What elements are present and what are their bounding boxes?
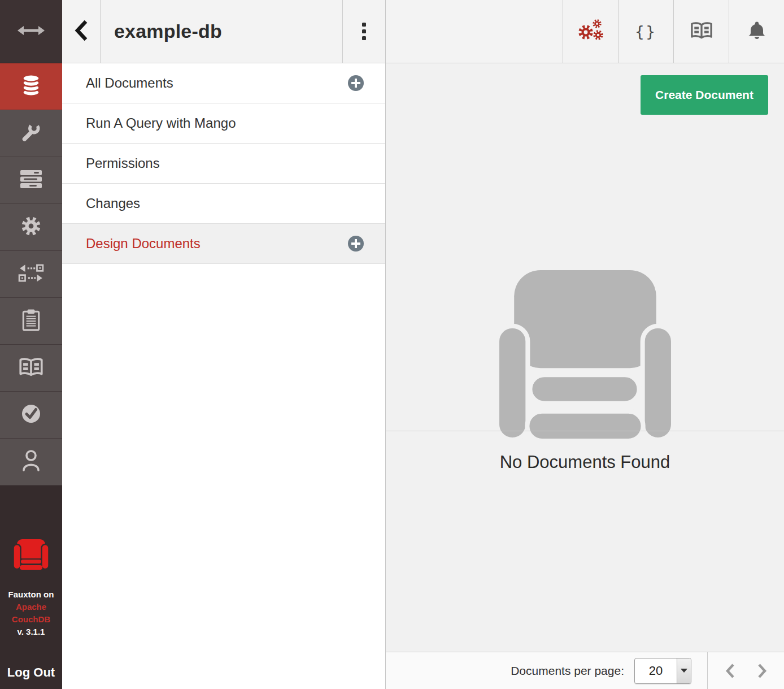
- chevron-left-icon: [73, 19, 89, 45]
- sidebar-item-active-tasks[interactable]: [0, 157, 62, 204]
- book-icon: [18, 357, 44, 380]
- database-title-cell: example-db: [101, 0, 342, 63]
- kebab-icon: [362, 23, 366, 40]
- add-document-icon[interactable]: [348, 75, 364, 91]
- per-page-select[interactable]: 20: [634, 658, 691, 684]
- previous-page-button[interactable]: [725, 662, 736, 679]
- main-area: {}: [386, 0, 784, 689]
- chevron-left-icon: [725, 662, 736, 679]
- fauxton-app: Fauxton on Apache CouchDB v. 3.1.1 Log O…: [0, 0, 784, 689]
- database-icon: [19, 73, 43, 100]
- gears-icon: [576, 17, 606, 46]
- database-panel-header: example-db: [62, 0, 385, 63]
- back-button[interactable]: [62, 0, 101, 63]
- brand-line-couchdb: CouchDB: [8, 613, 54, 626]
- database-panel: example-db All Documents Run A Query wit…: [62, 0, 386, 689]
- sidebar-collapse-button[interactable]: [0, 0, 62, 63]
- notifications-button[interactable]: [729, 0, 784, 63]
- version-info: Fauxton on Apache CouchDB v. 3.1.1: [8, 588, 54, 638]
- sidebar-item-replication[interactable]: [0, 251, 62, 298]
- sidebar-item-documentation[interactable]: [0, 345, 62, 392]
- db-menu-item-changes[interactable]: Changes: [62, 184, 385, 224]
- add-design-document-icon[interactable]: [348, 236, 364, 252]
- book-icon: [690, 21, 713, 42]
- gear-icon: [19, 214, 43, 240]
- wrench-icon: [20, 122, 42, 145]
- database-title: example-db: [114, 20, 222, 42]
- next-page-button[interactable]: [756, 662, 768, 679]
- clipboard-icon: [21, 309, 41, 333]
- sidebar-item-setup[interactable]: [0, 110, 62, 157]
- db-menu-item-all-documents[interactable]: All Documents: [62, 63, 385, 103]
- chevron-right-icon: [756, 662, 768, 679]
- sidebar-footer: Fauxton on Apache CouchDB v. 3.1.1 Log O…: [0, 486, 62, 689]
- server-stack-icon: [19, 169, 43, 192]
- replication-icon: [18, 263, 44, 285]
- db-menu-item-mango-query[interactable]: Run A Query with Mango: [62, 103, 385, 144]
- menu-item-label: Run A Query with Mango: [86, 115, 364, 131]
- brand-line: Fauxton on: [8, 588, 54, 601]
- menu-item-label: Permissions: [86, 155, 364, 171]
- couch-icon: [13, 565, 49, 574]
- api-options-button[interactable]: [563, 0, 618, 63]
- database-menu: All Documents Run A Query with Mango Per…: [62, 63, 385, 264]
- db-menu-item-permissions[interactable]: Permissions: [62, 144, 385, 184]
- documentation-button[interactable]: [673, 0, 729, 63]
- sidebar-item-tasks-clipboard[interactable]: [0, 298, 62, 345]
- empty-state-message: No Documents Found: [386, 452, 784, 473]
- sidebar-item-verify[interactable]: [0, 392, 62, 439]
- pager-controls: [708, 662, 784, 679]
- double-arrow-icon: [16, 24, 46, 40]
- menu-item-label: Design Documents: [86, 236, 348, 252]
- sidebar-item-databases[interactable]: [0, 63, 62, 110]
- caret-down-icon: [681, 669, 687, 673]
- check-circle-icon: [19, 402, 43, 428]
- menu-item-label: All Documents: [86, 75, 348, 91]
- couch-illustration: [497, 270, 673, 443]
- content-divider: [386, 431, 784, 431]
- logout-button[interactable]: Log Out: [7, 665, 55, 680]
- sidebar-nav: [0, 63, 62, 486]
- pagination-footer: Documents per page: 20: [386, 652, 784, 689]
- top-toolbar: {}: [386, 0, 784, 63]
- per-page-value: 20: [635, 658, 677, 683]
- select-dropdown-button[interactable]: [677, 658, 691, 683]
- user-icon: [21, 449, 41, 475]
- json-braces-icon: {}: [635, 23, 657, 40]
- brand-line-apache: Apache: [8, 601, 54, 613]
- sidebar-item-account[interactable]: [0, 439, 62, 486]
- bell-icon: [747, 20, 766, 44]
- version-number: v. 3.1.1: [8, 626, 54, 638]
- documents-content: Create Document No Documents Found: [386, 63, 784, 652]
- json-api-button[interactable]: {}: [618, 0, 673, 63]
- create-document-button[interactable]: Create Document: [641, 75, 768, 115]
- per-page-label: Documents per page:: [511, 664, 624, 678]
- main-sidebar: Fauxton on Apache CouchDB v. 3.1.1 Log O…: [0, 0, 62, 689]
- database-menu-button[interactable]: [342, 0, 385, 63]
- menu-item-label: Changes: [86, 196, 364, 211]
- couchdb-logo[interactable]: [13, 539, 49, 575]
- db-menu-item-design-documents[interactable]: Design Documents: [62, 224, 385, 264]
- sidebar-item-configuration[interactable]: [0, 204, 62, 251]
